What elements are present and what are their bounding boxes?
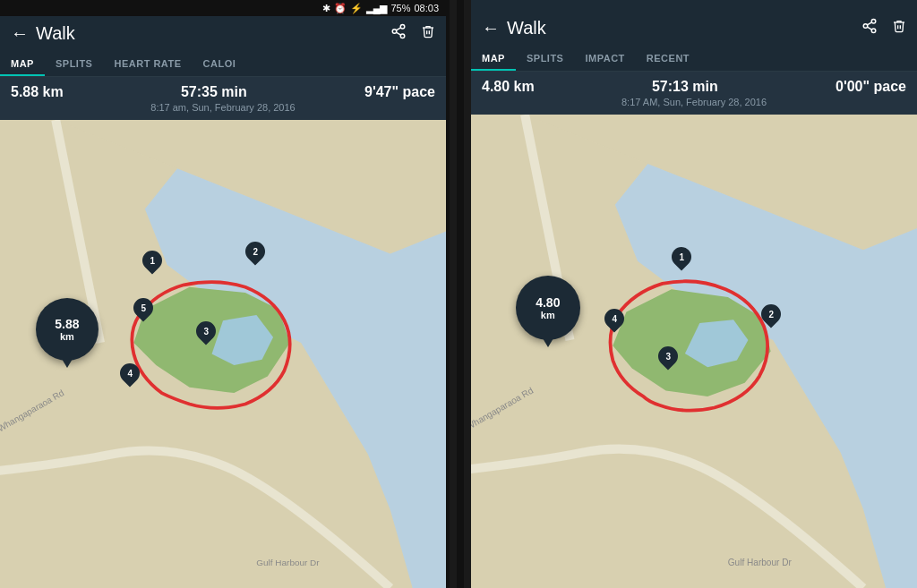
- back-button-right[interactable]: ←: [482, 18, 500, 38]
- tabs-left: MAP SPLITS HEART RATE CALOI: [0, 51, 446, 77]
- bubble-unit-right: km: [541, 310, 555, 320]
- svg-text:Gulf Harbour Dr: Gulf Harbour Dr: [728, 558, 793, 567]
- svg-point-0: [400, 25, 405, 30]
- svg-line-3: [396, 32, 400, 35]
- svg-point-9: [863, 24, 868, 29]
- delete-button-right[interactable]: [892, 18, 906, 38]
- stats-bar-right: 4.80 km 57:13 min 0'00" pace 8:17 AM, Su…: [471, 72, 917, 115]
- svg-line-11: [867, 27, 871, 30]
- alarm-icon: ⏰: [334, 3, 347, 14]
- battery-level: 75%: [390, 3, 410, 13]
- header-left: ← Walk: [0, 16, 446, 51]
- phone-divider: [457, 0, 464, 588]
- tab-map-right[interactable]: MAP: [471, 46, 516, 71]
- wifi-icon: ⚡: [350, 3, 363, 14]
- tabs-right: MAP SPLITS IMPACT RECENT: [471, 46, 917, 72]
- status-bar-left: ✱ ⏰ ⚡ ▂▄▆ 75% 08:03: [0, 0, 446, 16]
- share-button[interactable]: [390, 23, 407, 44]
- tab-calories-left[interactable]: CALOI: [193, 51, 247, 76]
- svg-point-1: [392, 30, 397, 34]
- bubble-distance: 5.88: [55, 317, 79, 331]
- bubble-distance-right: 4.80: [536, 295, 560, 310]
- delete-button[interactable]: [421, 23, 435, 44]
- tab-recent-right[interactable]: RECENT: [636, 46, 700, 71]
- share-button-right[interactable]: [861, 18, 878, 38]
- pace-value-left: 9'47" pace: [364, 84, 435, 100]
- tab-splits-right[interactable]: SPLITS: [516, 46, 575, 71]
- distance-bubble-right: 4.80 km: [516, 276, 580, 340]
- tab-impact-right[interactable]: IMPACT: [574, 46, 635, 71]
- svg-line-4: [396, 28, 400, 30]
- header-right: ← Walk: [471, 0, 917, 46]
- clock: 08:03: [414, 3, 439, 13]
- svg-point-2: [400, 34, 405, 38]
- distance-value-right: 4.80 km: [482, 79, 535, 95]
- distance-bubble-left: 5.88 km: [36, 298, 99, 361]
- tab-splits-left[interactable]: SPLITS: [45, 51, 104, 76]
- phone-left: ✱ ⏰ ⚡ ▂▄▆ 75% 08:03 ← Walk: [0, 0, 450, 588]
- svg-line-12: [867, 22, 871, 25]
- map-left: Whangaparaoa Rd Gulf Harbour Dr 5.88 km …: [0, 120, 446, 588]
- date-right: 8:17 AM, Sun, February 28, 2016: [482, 97, 906, 107]
- duration-value-left: 57:35 min: [181, 84, 247, 100]
- signal-bars: ▂▄▆: [366, 3, 388, 14]
- distance-value-left: 5.88 km: [11, 84, 64, 100]
- tab-heartrate-left[interactable]: HEART RATE: [103, 51, 192, 76]
- tab-map-left[interactable]: MAP: [0, 51, 45, 76]
- svg-point-8: [871, 20, 876, 24]
- bluetooth-icon: ✱: [322, 3, 330, 14]
- date-left: 8:17 am, Sun, February 28, 2016: [11, 102, 435, 113]
- svg-point-10: [871, 29, 876, 33]
- map-right: Whangaparaoa Rd Gulf Harbour Dr 4.80 km …: [471, 115, 917, 588]
- page-title: Walk: [36, 23, 75, 44]
- phone-right: ← Walk: [471, 0, 917, 588]
- page-title-right: Walk: [507, 18, 546, 38]
- svg-text:Gulf Harbour Dr: Gulf Harbour Dr: [256, 558, 320, 567]
- stats-bar-left: 5.88 km 57:35 min 9'47" pace 8:17 am, Su…: [0, 77, 446, 120]
- pace-value-right: 0'00" pace: [836, 79, 906, 95]
- bubble-unit: km: [60, 331, 74, 342]
- back-button[interactable]: ←: [11, 23, 29, 44]
- duration-value-right: 57:13 min: [652, 79, 718, 95]
